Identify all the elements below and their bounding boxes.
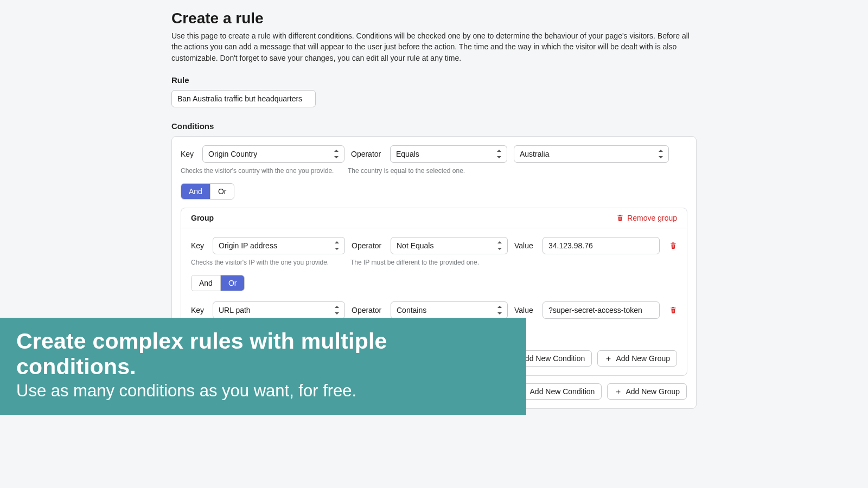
add-condition-label: Add New Condition	[530, 387, 595, 396]
operator-select[interactable]: Equals	[390, 145, 507, 163]
and-button[interactable]: And	[192, 275, 220, 291]
trash-icon	[669, 241, 677, 249]
group-title: Group	[191, 214, 214, 222]
key-hint: Checks the visitor's country with the on…	[181, 167, 338, 175]
key-label: Key	[191, 306, 206, 314]
operator-label: Operator	[352, 241, 384, 250]
operator-select[interactable]: Not Equals	[391, 237, 508, 254]
or-button[interactable]: Or	[220, 275, 245, 291]
banner-title: Create complex rules with multiple condi…	[16, 329, 510, 380]
key-select[interactable]: Origin Country	[202, 145, 344, 163]
key-hint: Checks the visitor's IP with the one you…	[191, 259, 341, 266]
value-select[interactable]: Australia	[514, 145, 669, 163]
operator-hint: The country is equal to the selected one…	[348, 167, 483, 175]
add-group-label: Add New Group	[626, 387, 680, 396]
value-content: Australia	[520, 150, 549, 158]
banner-subtitle: Use as many conditions as you want, for …	[16, 381, 510, 402]
rule-label: Rule	[171, 75, 697, 85]
trash-icon	[616, 214, 624, 222]
add-group-label: Add New Group	[616, 354, 670, 363]
condition-row: Key URL path Operator Contains Value	[191, 301, 677, 319]
condition-row: Key Origin Country Operator Equals Austr…	[181, 145, 687, 163]
condition-row: Key Origin IP address Operator Not Equal…	[191, 237, 677, 254]
and-button[interactable]: And	[181, 184, 210, 199]
conditions-label: Conditions	[171, 121, 697, 131]
promo-banner: Create complex rules with multiple condi…	[0, 318, 526, 415]
key-select[interactable]: URL path	[213, 301, 345, 319]
key-value: URL path	[219, 306, 251, 314]
add-group-button[interactable]: ＋ Add New Group	[597, 350, 677, 367]
operator-value: Not Equals	[397, 241, 433, 250]
rule-name-input[interactable]	[171, 90, 316, 107]
key-value: Origin Country	[208, 150, 257, 158]
value-input[interactable]	[542, 301, 660, 319]
and-or-toggle: And Or	[181, 183, 234, 200]
value-input[interactable]	[542, 237, 660, 254]
and-or-toggle: And Or	[191, 275, 245, 291]
remove-group-button[interactable]: Remove group	[616, 214, 677, 222]
key-label: Key	[191, 241, 206, 250]
delete-condition-button[interactable]	[669, 306, 677, 314]
value-label: Value	[514, 241, 536, 250]
operator-value: Equals	[396, 150, 419, 158]
plus-icon: ＋	[614, 387, 622, 395]
add-group-button[interactable]: ＋ Add New Group	[607, 383, 687, 400]
delete-condition-button[interactable]	[669, 241, 677, 249]
operator-label: Operator	[352, 306, 384, 314]
trash-icon	[669, 306, 677, 314]
operator-select[interactable]: Contains	[391, 301, 508, 319]
key-select[interactable]: Origin IP address	[213, 237, 345, 254]
plus-icon: ＋	[604, 354, 612, 362]
add-condition-label: Add New Condition	[520, 354, 585, 363]
value-label: Value	[514, 306, 536, 314]
key-value: Origin IP address	[219, 241, 277, 250]
remove-group-label: Remove group	[627, 214, 677, 222]
operator-label: Operator	[351, 150, 384, 158]
page-description: Use this page to create a rule with diff…	[171, 30, 697, 63]
or-button[interactable]: Or	[210, 184, 234, 199]
operator-value: Contains	[397, 306, 426, 314]
operator-hint: The IP must be different to the provided…	[350, 259, 486, 266]
key-label: Key	[181, 150, 196, 158]
page-title: Create a rule	[171, 10, 697, 27]
